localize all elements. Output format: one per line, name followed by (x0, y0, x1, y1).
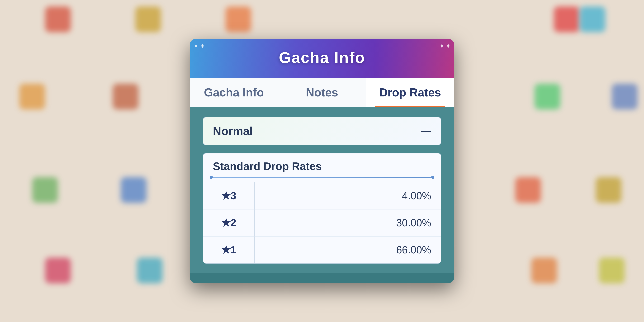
gacha-info-modal: ✦ ✦ ✦ ✦ Gacha Info Gacha Info Notes Drop… (190, 39, 454, 283)
bg-icon-13 (45, 258, 71, 283)
star3-rate: 4.00% (255, 182, 441, 209)
bg-icon-9 (32, 177, 58, 203)
bg-icon-12 (596, 177, 622, 203)
bg-icon-7 (534, 84, 560, 110)
bg-icon-15 (531, 258, 557, 283)
divider-dot-left (210, 176, 213, 179)
bg-icon-14 (137, 258, 162, 283)
bg-icon-3 (554, 6, 580, 32)
bg-icon-0 (45, 6, 71, 32)
bg-icon-11 (515, 177, 541, 203)
star3-label: ★3 (203, 182, 255, 209)
corner-decoration-tl: ✦ ✦ (193, 42, 205, 50)
modal-content: Normal — Standard Drop Rates ★3 4.00% (190, 108, 454, 273)
star2-text: ★2 (222, 217, 236, 228)
table-row: ★2 30.00% (203, 209, 441, 236)
corner-decoration-tr: ✦ ✦ (439, 42, 451, 50)
modal-header: ✦ ✦ ✦ ✦ Gacha Info (190, 39, 454, 78)
tab-bar: Gacha Info Notes Drop Rates (190, 78, 454, 108)
drop-rates-divider (203, 176, 441, 182)
collapse-icon: — (421, 125, 431, 137)
star2-rate: 30.00% (255, 210, 441, 236)
bg-icon-16 (599, 258, 625, 283)
star2-label: ★2 (203, 210, 255, 236)
bg-icon-6 (113, 84, 138, 110)
section-title: Normal (213, 124, 253, 138)
modal-wrapper: ✦ ✦ ✦ ✦ Gacha Info Gacha Info Notes Drop… (190, 39, 454, 283)
tab-drop-rates[interactable]: Drop Rates (366, 78, 454, 107)
bg-icon-2 (226, 6, 251, 32)
bg-icon-8 (612, 84, 638, 110)
normal-section-header[interactable]: Normal — (203, 117, 441, 145)
bg-icon-10 (121, 177, 146, 203)
bg-icon-1 (135, 6, 161, 32)
divider-dot-right (431, 176, 434, 179)
table-row: ★3 4.00% (203, 182, 441, 209)
drop-rates-section: Standard Drop Rates ★3 4.00% ★2 (203, 153, 441, 264)
drop-rates-title: Standard Drop Rates (203, 154, 441, 176)
star1-rate: 66.00% (255, 236, 441, 263)
tab-notes[interactable]: Notes (278, 78, 366, 107)
tab-gacha-info[interactable]: Gacha Info (190, 78, 278, 107)
divider-line (213, 177, 431, 178)
star3-text: ★3 (222, 190, 236, 202)
bg-icon-4 (580, 6, 605, 32)
star1-text: ★1 (222, 244, 236, 256)
bg-icon-5 (19, 84, 45, 110)
star1-label: ★1 (203, 236, 255, 263)
table-row: ★1 66.00% (203, 236, 441, 263)
modal-title: Gacha Info (279, 49, 365, 66)
